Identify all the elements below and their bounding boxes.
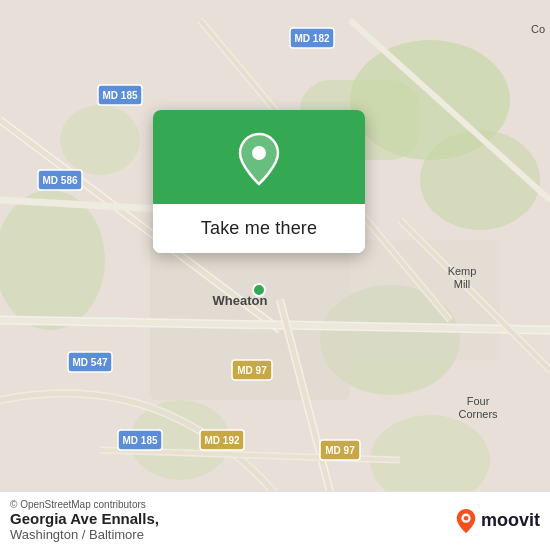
location-title: Georgia Ave Ennalls, xyxy=(10,510,159,527)
location-subtitle: Washington / Baltimore xyxy=(10,527,159,542)
svg-text:MD 97: MD 97 xyxy=(325,445,355,456)
svg-point-2 xyxy=(420,130,540,230)
svg-point-48 xyxy=(252,146,266,160)
svg-text:MD 192: MD 192 xyxy=(204,435,239,446)
popup-green-header xyxy=(153,110,365,204)
svg-text:MD 586: MD 586 xyxy=(42,175,77,186)
svg-text:Mill: Mill xyxy=(454,278,471,290)
svg-text:Co: Co xyxy=(531,23,545,35)
svg-text:Kemp: Kemp xyxy=(448,265,477,277)
svg-text:MD 185: MD 185 xyxy=(102,90,137,101)
map-container: MD 182 MD 185 MD 586 MD 547 MD 97 MD 185… xyxy=(0,0,550,550)
svg-point-50 xyxy=(464,515,469,520)
bottom-info: © OpenStreetMap contributors Georgia Ave… xyxy=(10,499,159,542)
take-me-there-button[interactable]: Take me there xyxy=(153,204,365,253)
moovit-brand-text: moovit xyxy=(481,510,540,531)
svg-text:Four: Four xyxy=(467,395,490,407)
moovit-pin-icon xyxy=(455,508,477,534)
svg-point-47 xyxy=(253,284,265,296)
svg-text:MD 547: MD 547 xyxy=(72,357,107,368)
moovit-logo: moovit xyxy=(455,508,540,534)
map-background: MD 182 MD 185 MD 586 MD 547 MD 97 MD 185… xyxy=(0,0,550,550)
svg-text:MD 182: MD 182 xyxy=(294,33,329,44)
svg-text:Corners: Corners xyxy=(458,408,498,420)
popup-card: Take me there xyxy=(153,110,365,253)
map-attribution: © OpenStreetMap contributors xyxy=(10,499,159,510)
svg-point-5 xyxy=(60,105,140,175)
svg-text:MD 185: MD 185 xyxy=(122,435,157,446)
location-pin-icon xyxy=(236,132,282,186)
svg-point-4 xyxy=(0,190,105,330)
bottom-bar: © OpenStreetMap contributors Georgia Ave… xyxy=(0,491,550,550)
svg-text:MD 97: MD 97 xyxy=(237,365,267,376)
